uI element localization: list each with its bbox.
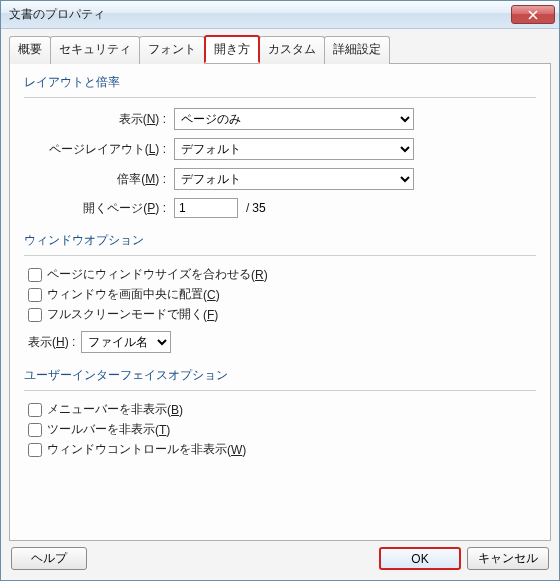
page-total-sep: /	[246, 201, 249, 215]
divider	[24, 97, 536, 98]
footer: ヘルプ OK キャンセル	[9, 541, 551, 572]
check-hide-ctrl[interactable]: ウィンドウコントロールを非表示(W)	[28, 441, 536, 458]
tab-security[interactable]: セキュリティ	[50, 36, 140, 64]
label-open-page: 開くページ(P) :	[24, 200, 174, 217]
label-page-layout: ページレイアウト(L) :	[24, 141, 174, 158]
label-window-show: 表示(H) :	[28, 334, 75, 351]
row-display: 表示(N) : ページのみ	[24, 108, 536, 130]
tab-fonts[interactable]: フォント	[139, 36, 205, 64]
tab-strip: 概要 セキュリティ フォント 開き方 カスタム 詳細設定	[9, 35, 551, 63]
page-total: 35	[252, 201, 265, 215]
combo-page-layout[interactable]: デフォルト	[174, 138, 414, 160]
check-center[interactable]: ウィンドウを画面中央に配置(C)	[28, 286, 536, 303]
input-open-page[interactable]	[174, 198, 238, 218]
group-ui-title: ユーザーインターフェイスオプション	[24, 367, 536, 384]
group-layout-title: レイアウトと倍率	[24, 74, 536, 91]
dialog-window: 文書のプロパティ 概要 セキュリティ フォント 開き方 カスタム 詳細設定 レイ…	[0, 0, 560, 581]
close-icon	[528, 10, 538, 20]
label-display: 表示(N) :	[24, 111, 174, 128]
check-fullscreen[interactable]: フルスクリーンモードで開く(F)	[28, 306, 536, 323]
label-zoom: 倍率(M) :	[24, 171, 174, 188]
window-title: 文書のプロパティ	[9, 6, 105, 23]
row-zoom: 倍率(M) : デフォルト	[24, 168, 536, 190]
tab-advanced[interactable]: 詳細設定	[324, 36, 390, 64]
checkbox-hide-ctrl[interactable]	[28, 443, 42, 457]
group-window: ウィンドウオプション ページにウィンドウサイズを合わせる(R) ウィンドウを画面…	[24, 232, 536, 353]
combo-window-show[interactable]: ファイル名	[81, 331, 171, 353]
group-window-title: ウィンドウオプション	[24, 232, 536, 249]
row-page-layout: ページレイアウト(L) : デフォルト	[24, 138, 536, 160]
checkbox-hide-tool[interactable]	[28, 423, 42, 437]
ok-button[interactable]: OK	[379, 547, 461, 570]
tab-initial-view[interactable]: 開き方	[204, 35, 260, 63]
client-area: 概要 セキュリティ フォント 開き方 カスタム 詳細設定 レイアウトと倍率 表示…	[1, 29, 559, 580]
tab-summary[interactable]: 概要	[9, 36, 51, 64]
checkbox-hide-menu[interactable]	[28, 403, 42, 417]
row-open-page: 開くページ(P) : / 35	[24, 198, 536, 218]
close-button[interactable]	[511, 5, 555, 24]
group-layout: レイアウトと倍率 表示(N) : ページのみ ページレイアウト(L) :	[24, 74, 536, 218]
checkbox-fullscreen[interactable]	[28, 308, 42, 322]
check-fit-window[interactable]: ページにウィンドウサイズを合わせる(R)	[28, 266, 536, 283]
row-window-show: 表示(H) : ファイル名	[28, 331, 536, 353]
divider	[24, 255, 536, 256]
footer-right: OK キャンセル	[379, 547, 549, 570]
combo-zoom[interactable]: デフォルト	[174, 168, 414, 190]
help-button[interactable]: ヘルプ	[11, 547, 87, 570]
check-hide-menu[interactable]: メニューバーを非表示(B)	[28, 401, 536, 418]
checkbox-center[interactable]	[28, 288, 42, 302]
tab-custom[interactable]: カスタム	[259, 36, 325, 64]
group-ui: ユーザーインターフェイスオプション メニューバーを非表示(B) ツールバーを非表…	[24, 367, 536, 458]
cancel-button[interactable]: キャンセル	[467, 547, 549, 570]
check-hide-tool[interactable]: ツールバーを非表示(T)	[28, 421, 536, 438]
divider	[24, 390, 536, 391]
titlebar: 文書のプロパティ	[1, 1, 559, 29]
tab-page: レイアウトと倍率 表示(N) : ページのみ ページレイアウト(L) :	[9, 63, 551, 541]
checkbox-fit-window[interactable]	[28, 268, 42, 282]
combo-display[interactable]: ページのみ	[174, 108, 414, 130]
